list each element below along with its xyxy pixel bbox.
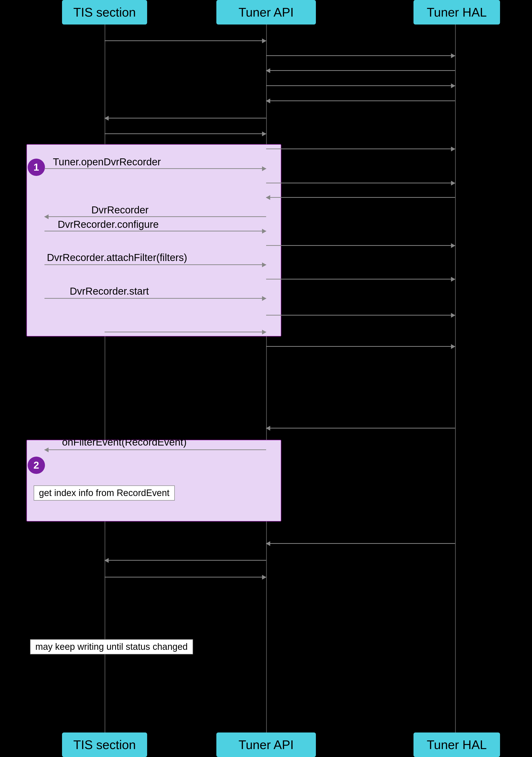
label-dvr-attach: DvrRecorder.attachFilter(filters): [47, 252, 187, 263]
label-dvr-recorder: DvrRecorder: [91, 204, 148, 216]
arrow-a5: [266, 101, 455, 101]
arrow-a7: [105, 134, 266, 134]
arrow-a10: [266, 183, 455, 183]
tis-lifeline: [105, 24, 105, 733]
arrow-a24: [105, 560, 266, 560]
arrow-a25: [105, 577, 266, 578]
arrow-a18: [266, 315, 455, 316]
tunerapi-header: Tuner API: [216, 0, 316, 24]
arrow-a23: [266, 543, 455, 544]
arrow-a20: [266, 346, 455, 347]
arrow-a2: [266, 55, 455, 56]
arrow-dvr-attach: [45, 264, 266, 265]
seq-box-2: [26, 440, 281, 522]
tis-footer: TIS section: [62, 733, 147, 757]
arrow-filter-event: [45, 449, 266, 450]
tunerhal-header: Tuner HAL: [414, 0, 500, 24]
step-circle-2: 2: [28, 457, 45, 474]
label-filter-event: onFilterEvent(RecordEvent): [62, 437, 187, 448]
tunerhal-lifeline: [455, 24, 456, 733]
arrow-a6: [105, 118, 266, 118]
label-dvr-start: DvrRecorder.start: [70, 286, 149, 297]
arrow-open-dvr: [45, 168, 266, 169]
arrow-a21: [266, 428, 455, 429]
label-open-dvr: Tuner.openDvrRecorder: [53, 156, 161, 168]
note-record-event: get index info from RecordEvent: [34, 485, 175, 500]
arrow-dvr-configure: [45, 231, 266, 231]
arrow-dvr-start: [45, 298, 266, 299]
note-keep-writing: may keep writing until status changed: [30, 639, 193, 654]
tis-header: TIS section: [62, 0, 147, 24]
arrow-a14: [266, 245, 455, 246]
tunerapi-footer: Tuner API: [216, 733, 316, 757]
seq-box-1: [26, 144, 281, 336]
arrow-a19: [105, 332, 266, 332]
arrow-a1: [105, 40, 266, 41]
tunerhal-footer: Tuner HAL: [414, 733, 500, 757]
arrow-a4: [266, 85, 455, 86]
arrow-a3: [266, 70, 455, 71]
arrow-a11: [266, 197, 455, 198]
arrow-dvr-recorder: [45, 216, 266, 217]
arrow-a16: [266, 279, 455, 280]
tunerapi-lifeline: [266, 24, 267, 733]
step-circle-1: 1: [28, 159, 45, 176]
label-dvr-configure: DvrRecorder.configure: [58, 219, 159, 230]
arrow-a8: [266, 148, 455, 149]
